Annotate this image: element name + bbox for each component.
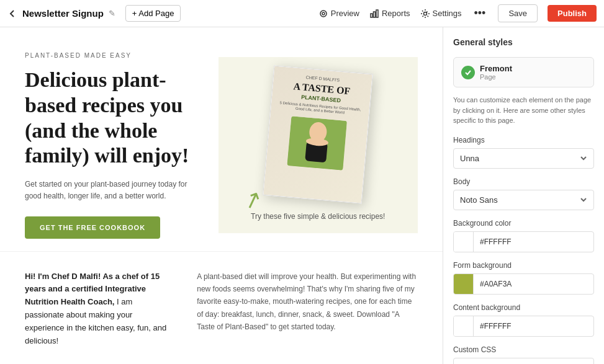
panel-title: General styles <box>453 37 594 47</box>
panel-description: You can customize each element on the pa… <box>453 95 594 126</box>
hero-left: PLANT-BASED MADE EASY Delicious plant-ba… <box>25 52 219 239</box>
about-right: A plant-based diet will improve your hea… <box>197 270 418 348</box>
content-bg-input[interactable]: #FFFFFF <box>453 316 594 337</box>
form-bg-field: Form background #A0AF3A <box>453 261 594 295</box>
hero-title: Delicious plant-based recipes you (and t… <box>25 68 200 169</box>
form-bg-value: #A0AF3A <box>474 280 593 288</box>
page-selector[interactable]: Fremont Page <box>453 57 594 87</box>
custom-css-label: Custom CSS <box>453 345 594 354</box>
about-section: Hi! I'm Chef D Malfi! As a chef of 15 ye… <box>0 251 443 364</box>
about-left-text: Hi! I'm Chef D Malfi! As a chef of 15 ye… <box>25 270 172 348</box>
book-cover: CHEF D MALFI'S A TASTE OF PLANT-BASED 5 … <box>263 66 373 204</box>
preview-button[interactable]: Preview <box>318 9 359 19</box>
arrow-decoration: ↗ <box>239 185 266 216</box>
bg-color-input[interactable]: #FFFFFF <box>453 231 594 252</box>
custom-css-field: Custom CSS <box>453 345 594 365</box>
book-author: CHEF D MALFI'S <box>306 75 340 82</box>
svg-rect-4 <box>376 10 378 17</box>
top-nav: Newsletter Signup ✎ + Add Page Preview R… <box>0 0 604 27</box>
back-button[interactable] <box>7 9 17 19</box>
edit-title-icon[interactable]: ✎ <box>109 9 115 18</box>
page-canvas: PLANT-BASED MADE EASY Delicious plant-ba… <box>0 27 443 364</box>
about-left: Hi! I'm Chef D Malfi! As a chef of 15 ye… <box>25 270 172 348</box>
svg-point-0 <box>320 11 327 17</box>
svg-rect-2 <box>371 14 372 17</box>
bg-color-value: #FFFFFF <box>474 237 593 246</box>
hero-subtitle: Get started on your plant-based journey … <box>25 179 200 202</box>
nav-actions: Preview Reports Settings ••• Save Publis… <box>318 4 597 22</box>
bg-color-swatch <box>454 232 474 252</box>
page-label: Page <box>480 73 586 81</box>
body-field: Body Noto Sans <box>453 177 594 210</box>
right-panel: General styles Fremont Page You can cust… <box>443 27 604 364</box>
hero-section: PLANT-BASED MADE EASY Delicious plant-ba… <box>0 27 443 251</box>
page-check-icon <box>461 66 475 79</box>
book-desc: 5 Delicious & Nutritious Recipes for Goo… <box>276 100 364 118</box>
svg-point-1 <box>322 12 325 15</box>
svg-point-5 <box>423 12 426 15</box>
add-page-button[interactable]: + Add Page <box>125 5 181 22</box>
book-person-image <box>287 117 348 171</box>
hero-caption: Try these five simple & delicious recipe… <box>251 212 385 221</box>
svg-rect-3 <box>373 12 375 17</box>
publish-button[interactable]: Publish <box>548 5 597 22</box>
save-button[interactable]: Save <box>498 4 538 22</box>
headings-field: Headings Unna <box>453 136 594 169</box>
page-title: Newsletter Signup <box>22 8 104 19</box>
form-bg-label: Form background <box>453 261 594 270</box>
settings-button[interactable]: Settings <box>420 9 462 19</box>
content-bg-field: Content background #FFFFFF <box>453 303 594 337</box>
hero-tag: PLANT-BASED MADE EASY <box>25 52 200 59</box>
bg-color-field: Background color #FFFFFF <box>453 219 594 252</box>
bg-color-label: Background color <box>453 219 594 228</box>
content-bg-swatch <box>454 316 474 336</box>
body-label: Body <box>453 177 594 186</box>
body-select[interactable]: Noto Sans <box>453 190 594 210</box>
about-right-text: A plant-based diet will improve your hea… <box>197 270 418 334</box>
reports-button[interactable]: Reports <box>369 9 410 19</box>
headings-label: Headings <box>453 136 594 144</box>
more-options-icon[interactable]: ••• <box>472 7 489 20</box>
headings-select[interactable]: Unna <box>453 148 594 169</box>
hero-cta-button[interactable]: GET THE FREE COOKBOOK <box>25 216 160 239</box>
content-bg-label: Content background <box>453 303 594 312</box>
page-selector-text: Fremont Page <box>480 64 586 81</box>
main-layout: PLANT-BASED MADE EASY Delicious plant-ba… <box>0 27 604 364</box>
page-name: Fremont <box>480 64 586 73</box>
hero-right: CHEF D MALFI'S A TASTE OF PLANT-BASED 5 … <box>219 57 418 233</box>
content-bg-value: #FFFFFF <box>474 322 593 331</box>
form-bg-swatch <box>454 274 474 294</box>
custom-css-textarea[interactable] <box>453 358 594 365</box>
form-bg-input[interactable]: #A0AF3A <box>453 273 594 295</box>
